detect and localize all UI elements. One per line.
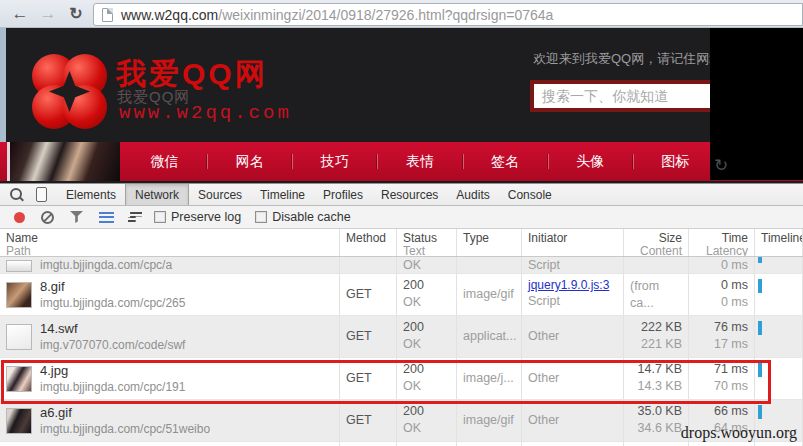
tab-sources[interactable]: Sources bbox=[189, 184, 251, 205]
search-icon[interactable] bbox=[6, 184, 28, 205]
nav-item-tubiao[interactable]: 图标 bbox=[633, 142, 718, 181]
preserve-log-checkbox[interactable] bbox=[154, 211, 166, 223]
disable-cache-checkbox[interactable] bbox=[255, 211, 267, 223]
initiator-link[interactable]: jquery1.9.0.js:3 bbox=[528, 277, 617, 293]
welcome-text: 欢迎来到我爱QQ网，请记住网址 bbox=[533, 50, 722, 68]
thumbnail bbox=[6, 408, 32, 434]
screenshot-root: ← → ↻ www.w2qq.com/weixinmingzi/2014/091… bbox=[0, 0, 803, 446]
col-name[interactable]: NamePath bbox=[0, 229, 340, 256]
watermark: drops.wooyun.org bbox=[681, 424, 797, 442]
col-type[interactable]: Type bbox=[457, 229, 522, 256]
reload-icon[interactable]: ↻ bbox=[62, 4, 90, 23]
table-row[interactable]: 8.gifimgtu.bjjingda.com/cpc/265 GET 200O… bbox=[0, 274, 803, 316]
table-row bbox=[0, 442, 803, 446]
record-icon[interactable] bbox=[14, 212, 25, 223]
nav-item-biaoqing[interactable]: 表情 bbox=[377, 142, 462, 181]
tab-console[interactable]: Console bbox=[499, 184, 561, 205]
preserve-log-label: Preserve log bbox=[171, 210, 241, 224]
col-time[interactable]: TimeLatency bbox=[689, 229, 755, 256]
url-path: /weixinmingzi/2014/0918/27926.html?qqdrs… bbox=[218, 7, 553, 23]
network-table: NamePath Method StatusText Type Initiato… bbox=[0, 229, 803, 446]
site-navbar: 微信 网名 技巧 表情 签名 头像 图标 分 bbox=[0, 142, 803, 181]
device-mode-icon[interactable] bbox=[36, 187, 47, 202]
back-icon[interactable]: ← bbox=[6, 4, 34, 24]
url-text[interactable]: www.w2qq.com/weixinmingzi/2014/0918/2792… bbox=[121, 7, 553, 23]
clear-icon[interactable] bbox=[41, 211, 54, 224]
col-size[interactable]: SizeContent bbox=[624, 229, 689, 256]
tab-elements[interactable]: Elements bbox=[57, 184, 125, 205]
site-search-input[interactable] bbox=[530, 80, 716, 112]
forward-icon[interactable]: → bbox=[34, 4, 62, 24]
nav-item-jiqiao[interactable]: 技巧 bbox=[292, 142, 377, 181]
table-header-row: NamePath Method StatusText Type Initiato… bbox=[0, 229, 803, 257]
refresh-icon[interactable]: ↻ bbox=[714, 155, 728, 176]
nav-item-weixin[interactable]: 微信 bbox=[122, 142, 207, 181]
timeline-bar bbox=[758, 363, 762, 377]
timeline-view-icon[interactable] bbox=[128, 212, 142, 222]
timeline-bar bbox=[758, 279, 762, 293]
site-logo-icon[interactable] bbox=[32, 54, 107, 129]
url-host: www.w2qq.com bbox=[121, 7, 218, 23]
address-bar[interactable]: www.w2qq.com/weixinmingzi/2014/0918/2792… bbox=[93, 3, 803, 26]
thumbnail bbox=[6, 282, 32, 308]
tab-profiles[interactable]: Profiles bbox=[314, 184, 372, 205]
table-row-highlighted[interactable]: 14.swfimg.v707070.com/code/swf GET 200OK… bbox=[0, 316, 803, 358]
devtools-tabbar: Elements Network Sources Timeline Profil… bbox=[0, 184, 803, 206]
timeline-bar bbox=[758, 257, 762, 263]
col-status[interactable]: StatusText bbox=[397, 229, 457, 256]
nav-item-qianming[interactable]: 签名 bbox=[463, 142, 548, 181]
tab-timeline[interactable]: Timeline bbox=[251, 184, 314, 205]
window-edge bbox=[0, 28, 6, 142]
col-initiator[interactable]: Initiator bbox=[522, 229, 624, 256]
page-icon bbox=[102, 8, 113, 22]
network-toolbar: Preserve log Disable cache bbox=[0, 206, 803, 229]
devtools-panel: Elements Network Sources Timeline Profil… bbox=[0, 183, 803, 446]
timeline-bar bbox=[758, 405, 762, 419]
document-icon bbox=[6, 324, 32, 350]
site-url-text: www.w2qq.com bbox=[119, 102, 292, 124]
small-rows-icon[interactable] bbox=[99, 212, 114, 223]
nav-item-wangming[interactable]: 网名 bbox=[207, 142, 292, 181]
tab-audits[interactable]: Audits bbox=[447, 184, 498, 205]
browser-toolbar: ← → ↻ www.w2qq.com/weixinmingzi/2014/091… bbox=[0, 0, 803, 28]
tab-network[interactable]: Network bbox=[125, 184, 189, 205]
filter-icon[interactable] bbox=[70, 211, 83, 223]
col-method[interactable]: Method bbox=[340, 229, 397, 256]
thumbnail bbox=[6, 366, 32, 392]
thumbnail bbox=[6, 260, 32, 272]
disable-cache-label: Disable cache bbox=[272, 210, 351, 224]
black-popup-overlay: ↻ bbox=[710, 28, 803, 180]
table-row[interactable]: 4.jpgimgtu.bjjingda.com/cpc/191 GET 200O… bbox=[0, 358, 803, 400]
col-timeline[interactable]: Timeline bbox=[755, 229, 803, 256]
webpage-area: 我爱QQ网 我爱QQ网 www.w2qq.com 欢迎来到我爱QQ网，请记住网址… bbox=[0, 28, 803, 183]
nav-item-touxiang[interactable]: 头像 bbox=[548, 142, 633, 181]
timeline-bar bbox=[758, 321, 762, 335]
tab-resources[interactable]: Resources bbox=[372, 184, 447, 205]
nav-banner-photo bbox=[7, 142, 120, 181]
table-row[interactable]: imgtu.bjjingda.com/cpc/a OK Script 0 ms bbox=[0, 257, 803, 274]
